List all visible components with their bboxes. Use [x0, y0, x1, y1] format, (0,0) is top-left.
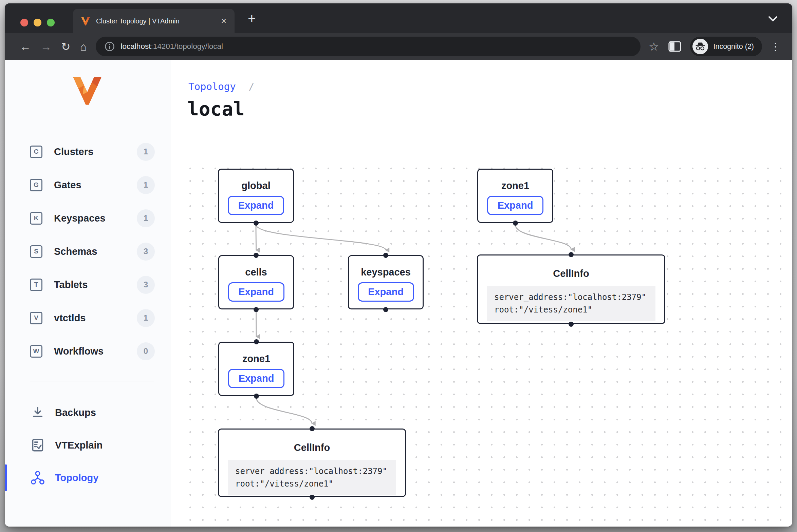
minimize-window-button[interactable]	[34, 19, 41, 26]
traffic-lights	[20, 19, 55, 26]
count-badge: 1	[137, 143, 155, 161]
top-port[interactable]	[254, 339, 259, 344]
sidebar-item-tablets[interactable]: T Tablets 3	[5, 268, 170, 301]
node-title: global	[219, 180, 293, 191]
back-icon[interactable]: ←	[15, 41, 36, 52]
topology-icon	[31, 471, 45, 485]
nav-item-label: Keyspaces	[54, 213, 106, 224]
nav-item-label: Gates	[54, 179, 81, 191]
sidebar-item-keyspaces[interactable]: K Keyspaces 1	[5, 202, 170, 235]
sidebar-item-vtexplain[interactable]: VTExplain	[5, 429, 170, 461]
reload-icon[interactable]: ↻	[56, 41, 75, 52]
backups-icon	[31, 406, 44, 419]
url-text[interactable]: localhost:14201/topology/local	[121, 42, 223, 51]
side-panel-icon[interactable]	[665, 41, 685, 52]
sidebar-item-schemas[interactable]: S Schemas 3	[5, 235, 170, 268]
node-cellinfo-right[interactable]: CellInfo server_address:"localhost:2379"…	[477, 254, 665, 324]
nav-item-label: Schemas	[54, 246, 97, 257]
node-title: zone1	[478, 180, 552, 191]
zoom-window-button[interactable]	[47, 19, 55, 26]
bottom-port[interactable]	[254, 307, 259, 312]
browser-menu-icon[interactable]: ⋮	[765, 40, 783, 53]
sidebar-item-vtctlds[interactable]: V vtctlds 1	[5, 301, 170, 335]
tab-search-chevron-icon[interactable]	[767, 15, 779, 23]
nav-letter-icon: G	[30, 179, 42, 191]
bottom-port[interactable]	[513, 221, 518, 226]
browser-tab[interactable]: Cluster Topology | VTAdmin ×	[73, 9, 235, 33]
expand-button[interactable]: Expand	[228, 369, 284, 388]
sidebar-item-gates[interactable]: G Gates 1	[5, 168, 170, 202]
expand-button[interactable]: Expand	[228, 196, 284, 215]
count-badge: 1	[137, 176, 155, 194]
node-cells[interactable]: cells Expand	[218, 255, 294, 309]
bottom-port[interactable]	[569, 322, 574, 327]
vitess-logo	[71, 75, 104, 106]
bookmark-star-icon[interactable]: ☆	[645, 40, 662, 53]
node-zone1-mid[interactable]: zone1 Expand	[218, 342, 294, 396]
bottom-port[interactable]	[383, 307, 388, 312]
count-badge: 0	[137, 342, 155, 360]
sidebar-item-backups[interactable]: Backups	[5, 396, 170, 429]
nav-item-label: Tablets	[54, 279, 88, 290]
tool-icon-wrap	[30, 438, 45, 452]
incognito-icon	[692, 39, 708, 54]
breadcrumb-topology-link[interactable]: Topology	[188, 81, 236, 92]
node-cellinfo-bottom[interactable]: CellInfo server_address:"localhost:2379"…	[218, 429, 406, 497]
close-tab-icon[interactable]: ×	[219, 16, 228, 26]
sidebar-tool-list: Backups VTExplain	[5, 396, 170, 494]
top-port[interactable]	[569, 252, 574, 257]
new-tab-button[interactable]: +	[244, 11, 259, 26]
cellinfo-code-block: server_address:"localhost:2379"root:"/vi…	[487, 286, 655, 321]
bottom-port[interactable]	[254, 221, 259, 226]
sidebar-item-workflows[interactable]: W Workflows 0	[5, 335, 170, 368]
incognito-badge[interactable]: Incognito (2)	[690, 37, 762, 56]
bottom-port[interactable]	[254, 394, 259, 399]
browser-toolbar: ← → ↻ ⌂ localhost:14201/topology/local ☆	[5, 33, 792, 60]
count-badge: 1	[137, 309, 155, 327]
site-info-icon[interactable]	[105, 41, 115, 52]
tab-strip: Cluster Topology | VTAdmin × +	[5, 3, 792, 33]
top-port[interactable]	[254, 253, 259, 258]
node-global[interactable]: global Expand	[218, 169, 294, 223]
incognito-label: Incognito (2)	[713, 42, 754, 51]
node-keyspaces[interactable]: keyspaces Expand	[348, 255, 424, 309]
breadcrumb: Topology /	[188, 81, 255, 92]
breadcrumb-separator: /	[248, 81, 254, 92]
sidebar: C Clusters 1 G Gates 1 K Keyspaces 1 S S…	[5, 60, 170, 527]
node-title: zone1	[219, 353, 293, 364]
node-title: keyspaces	[349, 266, 423, 278]
expand-button[interactable]: Expand	[358, 282, 414, 302]
top-port[interactable]	[310, 426, 315, 431]
nav-item-label: vtctlds	[54, 312, 86, 324]
nav-letter-icon: S	[30, 245, 42, 258]
count-badge: 1	[137, 209, 155, 227]
count-badge: 3	[137, 243, 155, 261]
expand-button[interactable]: Expand	[228, 282, 284, 302]
nav-letter-icon: V	[30, 312, 42, 324]
url-host: localhost	[121, 42, 151, 51]
forward-icon[interactable]: →	[36, 41, 56, 52]
vtexplain-icon	[31, 438, 44, 452]
node-title: CellInfo	[219, 442, 405, 453]
node-title: cells	[219, 266, 293, 278]
cellinfo-code-block: server_address:"localhost:2379"root:"/vi…	[228, 460, 396, 495]
sidebar-item-topology[interactable]: Topology	[5, 461, 170, 494]
browser-window: Cluster Topology | VTAdmin × + ← → ↻ ⌂ l…	[5, 3, 792, 527]
nav-letter-icon: C	[30, 146, 42, 158]
node-title: CellInfo	[478, 268, 664, 279]
tool-item-label: Topology	[55, 472, 98, 483]
sidebar-item-clusters[interactable]: C Clusters 1	[5, 135, 170, 168]
bottom-port[interactable]	[310, 495, 315, 500]
expand-button[interactable]: Expand	[487, 196, 543, 215]
address-bar[interactable]: localhost:14201/topology/local	[96, 37, 641, 56]
tab-title: Cluster Topology | VTAdmin	[96, 17, 219, 25]
vitess-favicon	[80, 16, 91, 26]
count-badge: 3	[137, 276, 155, 294]
nav-item-label: Clusters	[54, 146, 93, 157]
page-title: local	[187, 98, 245, 120]
top-port[interactable]	[383, 253, 388, 258]
main-area: Topology / local global Expand zone1 Exp…	[170, 60, 792, 527]
home-icon[interactable]: ⌂	[75, 41, 92, 52]
node-zone1-top[interactable]: zone1 Expand	[477, 169, 553, 223]
close-window-button[interactable]	[20, 19, 28, 26]
